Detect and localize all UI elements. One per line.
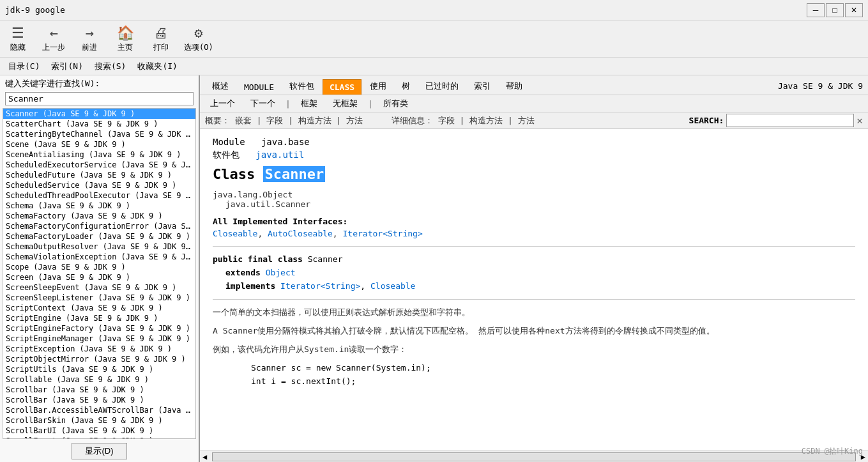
keyword-search-input[interactable] xyxy=(5,92,194,105)
package-line: 软件包 java.util xyxy=(213,150,855,161)
list-item[interactable]: ScrollBar (Java SE 9 & JDK 9 ) xyxy=(3,395,195,405)
list-item[interactable]: ScreenSleepEvent (Java SE 9 & JDK 9 ) xyxy=(3,282,195,293)
code-example: Scanner sc = new Scanner(System.in); int… xyxy=(251,362,855,389)
menu-favorites[interactable]: 收藏夹(I) xyxy=(132,58,183,75)
list-item[interactable]: SchemaFactoryLoader (Java SE 9 & JDK 9 ) xyxy=(3,231,195,242)
forward-button[interactable]: → 前进 xyxy=(77,25,102,53)
minimize-button[interactable]: ─ xyxy=(807,3,825,17)
list-item[interactable]: Scope (Java SE 9 & JDK 9 ) xyxy=(3,262,195,272)
tab-help[interactable]: 帮助 xyxy=(499,77,529,95)
list-item[interactable]: Screen (Java SE 9 & JDK 9 ) xyxy=(3,272,195,282)
hide-button[interactable]: ☰ 隐藏 xyxy=(5,25,31,53)
object-link[interactable]: Object xyxy=(266,268,296,277)
allclasses-button[interactable]: 所有类 xyxy=(378,96,413,111)
description-1: 一个简单的文本扫描器，可以使用正则表达式解析原始类型和字符串。 xyxy=(213,306,855,320)
list-item[interactable]: Schema (Java SE 9 & JDK 9 ) xyxy=(3,201,195,211)
title-bar-text: jdk-9 google xyxy=(5,5,65,15)
menu-contents[interactable]: 目录(C) xyxy=(3,58,45,75)
list-item[interactable]: SchemaOutputResolver (Java SE 9 & JDK 9 … xyxy=(3,242,195,252)
options-icon: ⚙ xyxy=(194,25,202,41)
tab-overview[interactable]: 概述 xyxy=(205,77,236,95)
list-item[interactable]: Scanner (Java SE 9 & JDK 9 ) xyxy=(3,109,195,119)
list-item[interactable]: ScriptUtils (Java SE 9 & JDK 9 ) xyxy=(3,364,195,374)
tab-module[interactable]: MODULE xyxy=(237,79,281,95)
content-area: Module java.base 软件包 java.util Class Sca… xyxy=(200,129,868,450)
tab-use[interactable]: 使用 xyxy=(363,77,393,95)
list-item[interactable]: ScreenSleepListener (Java SE 9 & JDK 9 ) xyxy=(3,293,195,303)
interfaces-line: Closeable, AutoCloseable, Iterator<Strin… xyxy=(213,229,855,238)
home-label: 主页 xyxy=(118,42,133,53)
detail-links[interactable]: 字段 | 构造方法 | 方法 xyxy=(438,116,535,125)
list-item[interactable]: ScheduledFuture (Java SE 9 & JDK 9 ) xyxy=(3,170,195,180)
class-heading-highlight: Scanner xyxy=(263,166,325,182)
list-item[interactable]: ScheduledThreadPoolExecutor (Java SE 9 &… xyxy=(3,190,195,201)
list-item[interactable]: ScrollBarSkin (Java SE 9 & JDK 9 ) xyxy=(3,415,195,426)
list-item[interactable]: ScatterChart (Java SE 9 & JDK 9 ) xyxy=(3,119,195,129)
bottom-scrollbar[interactable]: ◀ ▶ xyxy=(200,450,868,462)
list-item[interactable]: ScriptEngine (Java SE 9 & JDK 9 ) xyxy=(3,313,195,323)
list-item[interactable]: SceneAntialiasing (Java SE 9 & JDK 9 ) xyxy=(3,150,195,160)
noframe-button[interactable]: 无框架 xyxy=(328,96,363,111)
title-bar: jdk-9 google ─ □ ✕ xyxy=(0,0,868,20)
frame-button[interactable]: 框架 xyxy=(296,96,323,111)
list-item[interactable]: ScrollBarUI (Java SE 9 & JDK 9 ) xyxy=(3,426,195,436)
list-item[interactable]: ScriptEngineFactory (Java SE 9 & JDK 9 ) xyxy=(3,323,195,334)
home-button[interactable]: 🏠 主页 xyxy=(112,25,138,53)
prev-button[interactable]: 上一个 xyxy=(205,96,240,111)
print-button[interactable]: 🖨 打印 xyxy=(148,25,174,53)
tab-deprecated[interactable]: 已过时的 xyxy=(418,77,466,95)
summary-links[interactable]: 嵌套 | 字段 | 构造方法 | 方法 xyxy=(235,116,363,125)
autocloseable-link[interactable]: AutoCloseable xyxy=(268,229,333,238)
list-item[interactable]: ScheduledService (Java SE 9 & JDK 9 ) xyxy=(3,180,195,190)
search-input[interactable] xyxy=(726,114,854,127)
next-button[interactable]: 下一个 xyxy=(245,96,280,111)
iterator-impl-link[interactable]: Iterator<String> xyxy=(280,281,360,291)
list-item[interactable]: ScrollEvent (Java SE 9 & JDK 9 ) xyxy=(3,436,195,439)
tab-tree[interactable]: 树 xyxy=(395,77,417,95)
print-icon: 🖨 xyxy=(154,25,168,41)
tab-package[interactable]: 软件包 xyxy=(282,77,321,95)
list-item[interactable]: ScriptEngineManager (Java SE 9 & JDK 9 ) xyxy=(3,334,195,344)
horizontal-scrollbar-track[interactable] xyxy=(212,452,856,461)
code-example-line2: int i = sc.nextInt(); xyxy=(251,375,855,389)
class-hierarchy: java.lang.Object java.util.Scanner xyxy=(213,190,855,209)
divider-1 xyxy=(213,246,855,247)
list-item[interactable]: ScrollBar.AccessibleAWTScrollBar (Java S… xyxy=(3,405,195,415)
hide-label: 隐藏 xyxy=(10,42,26,53)
all-implemented-label: All Implemented Interfaces: xyxy=(213,217,855,226)
list-item[interactable]: ScheduledExecutorService (Java SE 9 & JD… xyxy=(3,160,195,170)
list-item[interactable]: Scrollable (Java SE 9 & JDK 9 ) xyxy=(3,374,195,385)
list-item[interactable]: ScriptContext (Java SE 9 & JDK 9 ) xyxy=(3,303,195,313)
scroll-left-arrow[interactable]: ◀ xyxy=(200,452,209,461)
list-item[interactable]: SchemaFactoryConfigurationError (Java SE… xyxy=(3,221,195,231)
maximize-button[interactable]: □ xyxy=(826,3,844,17)
detail-label: 详细信息： xyxy=(392,116,433,125)
menu-search[interactable]: 搜索(S) xyxy=(89,58,132,75)
list-item[interactable]: ScriptException (Java SE 9 & JDK 9 ) xyxy=(3,344,195,354)
class-heading-pre: Class xyxy=(213,166,263,182)
show-button[interactable]: 显示(D) xyxy=(72,443,126,459)
module-label: Module xyxy=(213,137,245,147)
package-link[interactable]: java.util xyxy=(255,150,304,160)
list-item[interactable]: Scrollbar (Java SE 9 & JDK 9 ) xyxy=(3,385,195,395)
divider-2 xyxy=(213,299,855,300)
menu-index[interactable]: 索引(N) xyxy=(45,58,88,75)
tab-class[interactable]: CLASS xyxy=(323,79,362,95)
tab-index[interactable]: 索引 xyxy=(467,77,498,95)
iterator-link[interactable]: Iterator<String> xyxy=(343,229,423,238)
closeable-link[interactable]: Closeable xyxy=(213,229,257,238)
right-panel: 概述 MODULE 软件包 CLASS 使用 树 已过时的 索引 帮助 Java… xyxy=(200,75,868,462)
closeable-impl-link[interactable]: Closeable xyxy=(370,281,415,291)
options-button[interactable]: ⚙ 选项(O) xyxy=(184,25,213,53)
list-item[interactable]: Scene (Java SE 9 & JDK 9 ) xyxy=(3,139,195,150)
left-panel: 键入关键字进行查找(W): Scanner (Java SE 9 & JDK 9… xyxy=(0,75,200,462)
class-list[interactable]: Scanner (Java SE 9 & JDK 9 )ScatterChart… xyxy=(3,108,196,439)
list-item[interactable]: SchemaFactory (Java SE 9 & JDK 9 ) xyxy=(3,211,195,221)
list-item[interactable]: ScatteringByteChannel (Java SE 9 & JDK 9… xyxy=(3,129,195,139)
back-icon: ← xyxy=(49,25,57,41)
close-button[interactable]: ✕ xyxy=(845,3,863,17)
search-clear-button[interactable]: ✕ xyxy=(857,114,863,127)
list-item[interactable]: SchemaViolationException (Java SE 9 & JD… xyxy=(3,252,195,262)
list-item[interactable]: ScriptObjectMirror (Java SE 9 & JDK 9 ) xyxy=(3,354,195,364)
back-button[interactable]: ← 上一步 xyxy=(41,25,66,53)
